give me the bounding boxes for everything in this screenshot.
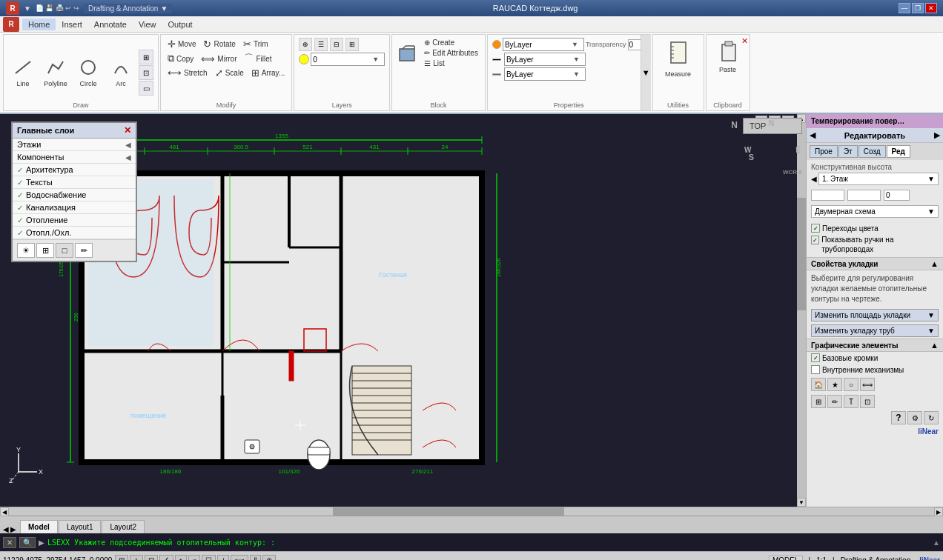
menu-view[interactable]: View [133,19,162,30]
layer-etazhi[interactable]: Этажи ◀ [13,139,136,151]
rp-schema-select[interactable]: Двумерная схема ▼ [811,205,939,218]
paste-btn[interactable]: Paste [715,38,741,74]
layer-dropdown-arrow[interactable]: ▼ [371,56,380,63]
lineweight-input[interactable] [505,70,572,79]
move-btn[interactable]: ✛Move [165,38,198,50]
rp-graphic-header[interactable]: Графические элементы ▲ [807,339,943,352]
workspace-selector[interactable]: Drafting & Annotation ▼ [84,4,172,13]
cmd-expand-btn[interactable]: ▲ [933,539,940,547]
rp-icon-edit[interactable]: ✏ [827,395,842,408]
scroll-left-btn[interactable]: ◀ [0,507,9,516]
rp-cb2[interactable]: ✓ [811,236,819,244]
tab-layout2[interactable]: Layout2 [102,520,145,533]
menu-insert[interactable]: Insert [56,19,88,30]
layer-sun-icon[interactable]: ☀ [17,243,35,258]
rp-floor-arrow-left[interactable]: ◀ [811,175,817,183]
tab-nav-right[interactable]: ▶ [10,525,16,533]
minimize-btn[interactable]: — [899,3,910,13]
rp-icon-grid[interactable]: ⊞ [811,395,826,408]
linetype-input[interactable] [505,56,572,64]
rotate-btn[interactable]: ↻Rotate [201,38,237,50]
layer-icon4[interactable]: ⊞ [345,38,359,51]
close-btn[interactable]: ✕ [925,3,937,13]
rp-icon-circle[interactable]: ○ [844,378,858,391]
rp-floor-select[interactable]: 1. Этаж ▼ [818,173,939,185]
layer-icon1[interactable]: ⊕ [299,38,312,51]
cmd-close-btn[interactable]: ✕ [3,537,16,548]
layer-selector[interactable]: ▼ [311,53,385,66]
trim-btn[interactable]: ✂Trim [241,38,271,50]
layer-icon3[interactable]: ⊟ [330,38,343,51]
cmd-search-btn[interactable]: 🔍 [19,537,36,548]
stretch-btn[interactable]: ⟷Stretch [165,67,210,79]
tab-proe[interactable]: Прое [810,145,838,158]
rp-input2[interactable] [847,190,881,201]
tab-sozd[interactable]: Созд [858,145,886,158]
status-btn11[interactable]: ⊕ [262,555,276,561]
tab-et[interactable]: Эт [838,145,858,158]
status-btn6[interactable]: ○ [188,555,200,561]
fillet-btn[interactable]: ⌒Fillet [242,51,274,66]
status-btn3[interactable]: ⊡ [145,555,158,561]
layer-color-icon[interactable]: □ [56,243,73,258]
rp-cb1[interactable]: ✓ [811,224,820,233]
line-btn[interactable]: Line [8,57,38,89]
status-btn1[interactable]: ⊞ [115,555,128,561]
scroll-down-btn[interactable]: ▼ [797,498,806,507]
layer-arhitektura[interactable]: ✓ Архитектура [13,164,136,176]
menu-home[interactable]: Home [22,19,56,30]
ribbon-close-btn[interactable]: ✕ [741,36,748,46]
tab-layout1[interactable]: Layout1 [59,520,102,533]
draw-rect-btn[interactable]: ▭ [139,81,153,96]
tab-red[interactable]: Ред [887,145,910,158]
mirror-btn[interactable]: ⟺Mirror [199,51,239,66]
status-btn2[interactable]: △ [130,555,143,561]
create-block-btn[interactable]: ⊕ Create [422,38,480,47]
status-btn4[interactable]: ∠ [159,555,173,561]
list-btn[interactable]: ☰ List [422,59,480,68]
h-scroll-track[interactable] [9,507,934,516]
scale-btn[interactable]: ⤢Scale [213,67,246,79]
scroll-track-v[interactable] [797,123,806,498]
status-btn8[interactable]: + [217,555,229,561]
rp-nav-left[interactable]: ◀ [810,130,815,140]
tab-nav-left[interactable]: ◀ [3,525,9,533]
rp-icon-star[interactable]: ★ [827,378,842,391]
layer-icon2[interactable]: ☰ [314,38,328,51]
linetype-selector[interactable]: ▼ [504,53,586,66]
edit-attributes-btn[interactable]: ✏ Edit Attributes [422,48,480,58]
draw-grid-btn[interactable]: ⊞ [139,50,153,64]
layer-otopl-okhl[interactable]: ✓ Отопл./Охл. [13,227,136,239]
rp-icon-question[interactable]: ? [891,411,906,424]
rp-cb-base[interactable]: ✓ [811,353,820,362]
circle-btn[interactable]: Circle [73,57,103,89]
rp-input1[interactable] [811,190,844,201]
menu-annotate[interactable]: Annotate [88,19,133,30]
rp-icon-more[interactable]: ⊡ [860,395,875,408]
arc-btn[interactable]: Arc [106,57,136,89]
color-selector[interactable]: ▼ [503,38,584,51]
scroll-right-btn[interactable]: ▶ [934,507,943,516]
copy-btn[interactable]: ⧉Copy [165,51,196,66]
color-input[interactable] [503,41,570,49]
status-btn9[interactable]: ⟺ [231,555,248,561]
rp-icon-settings[interactable]: ⚙ [907,411,922,424]
rp-properties-header[interactable]: Свойства укладки ▲ [807,257,943,270]
properties-expand-btn[interactable]: ▼ [641,35,651,110]
measure-btn[interactable]: Measure [658,38,699,79]
restore-btn[interactable]: ❐ [912,3,924,13]
status-btn10[interactable]: ∥ [250,555,261,561]
draw-more-btn[interactable]: ⊡ [139,65,153,80]
status-btn7[interactable]: ☐ [202,555,216,561]
panel-close-btn[interactable]: ✕ [124,125,131,136]
layer-komponenty[interactable]: Компоненты ◀ [13,151,136,164]
layer-grid-icon[interactable]: ⊞ [36,243,54,258]
layer-teksty[interactable]: ✓ Тексты [13,176,136,189]
rp-icon-refresh[interactable]: ↻ [924,411,939,424]
rp-change-pipes-btn[interactable]: Изменить укладку труб ▼ [811,324,939,337]
menu-output[interactable]: Output [162,19,199,30]
layer-kanalizaciya[interactable]: ✓ Канализация [13,201,136,214]
rp-cb-inner[interactable] [811,365,820,374]
rp-change-area-btn[interactable]: Изменить площадь укладки ▼ [811,309,939,321]
layer-otoplenie[interactable]: ✓ Отопление [13,214,136,227]
